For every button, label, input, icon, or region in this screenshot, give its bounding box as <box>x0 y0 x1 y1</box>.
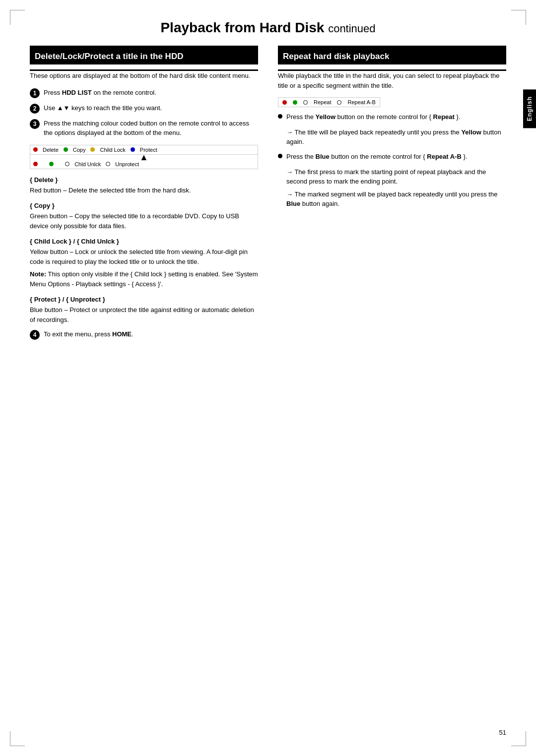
dot-red-2 <box>33 162 38 166</box>
repeat-dot-green <box>293 100 297 105</box>
page-number: 51 <box>499 729 506 736</box>
left-column: Delete/Lock/Protect a title in the HDD T… <box>30 46 258 345</box>
title-text: Playback from Hard Disk <box>160 20 324 35</box>
step-text-2: Use ▲▼ keys to reach the title you want. <box>44 103 162 113</box>
corner-border-top-left <box>10 10 25 25</box>
corner-border-top-right <box>511 10 526 25</box>
repeat-ab-label: Repeat A-B <box>347 99 375 105</box>
bullet-repeat-text: Press the Yellow button on the remote co… <box>286 112 461 123</box>
corner-border-bottom-left <box>10 731 25 746</box>
func-childlock-label: { Child Lock } / { Chld Unlck } <box>30 238 258 245</box>
repeat-dot-red <box>282 100 287 105</box>
arrow-repeat-ab-1: → The first press to mark the starting p… <box>286 167 506 187</box>
step-text-1: Press HDD LIST on the remote control. <box>44 88 156 98</box>
step-4: 4 To exit the menu, press HOME. <box>30 329 258 340</box>
arrow-repeat-ab-2: → The marked segment will be played back… <box>286 189 506 209</box>
step-1: 1 Press HDD LIST on the remote control. <box>30 88 258 98</box>
step-3: 3 Press the matching colour coded button… <box>30 119 258 138</box>
corner-border-bottom-right <box>511 731 526 746</box>
right-column: Repeat hard disk playback While playback… <box>278 46 506 345</box>
left-intro: These options are displayed at the botto… <box>30 71 258 81</box>
func-protect-label: { Protect } / { Unprotect } <box>30 296 258 303</box>
step-2: 2 Use ▲▼ keys to reach the title you wan… <box>30 103 258 114</box>
language-tab: English <box>523 89 536 128</box>
dot-green-2 <box>49 162 54 166</box>
func-childlock-note: Note: This option only visible if the { … <box>30 269 258 289</box>
bullet-dot-2 <box>278 154 282 158</box>
func-copy-label: { Copy } <box>30 202 258 209</box>
left-section-heading: Delete/Lock/Protect a title in the HDD <box>30 47 258 64</box>
title-continued: continued <box>328 22 375 35</box>
bullet-repeat: Press the Yellow button on the remote co… <box>278 112 506 123</box>
func-childlock-desc: Yellow button – Lock or unlock the selec… <box>30 247 258 266</box>
step-text-3: Press the matching colour coded button o… <box>44 119 258 138</box>
step-num-1: 1 <box>30 88 40 98</box>
step-num-4: 4 <box>30 330 40 340</box>
step-text-4: To exit the menu, press HOME. <box>44 329 134 339</box>
arrow-repeat-1: → The title will be played back repeated… <box>286 127 506 147</box>
dot-yellow-1 <box>90 147 95 152</box>
func-protect-desc: Blue button – Protect or unprotect the t… <box>30 305 258 324</box>
dot-green-1 <box>64 147 68 152</box>
step-num-3: 3 <box>30 119 40 129</box>
func-delete-desc: Red button – Delete the selected title f… <box>30 186 258 195</box>
right-section-heading: Repeat hard disk playback <box>278 47 506 64</box>
dot-red-1 <box>33 147 38 152</box>
repeat-label: Repeat <box>314 99 331 105</box>
bullet-dot-1 <box>278 114 282 119</box>
repeat-dot-yellow-outline <box>303 100 308 105</box>
func-copy-desc: Green button – Copy the selected title t… <box>30 211 258 231</box>
menu-image: Delete Copy Child Lock Protect ▲ Chld Un… <box>30 145 258 169</box>
step-num-2: 2 <box>30 104 40 114</box>
func-delete-label: { Delete } <box>30 176 258 184</box>
two-column-layout: Delete/Lock/Protect a title in the HDD T… <box>30 46 506 345</box>
repeat-dot-blue-outline <box>337 100 341 105</box>
dot-blue-outline <box>106 162 110 166</box>
dot-blue-1 <box>131 147 135 152</box>
dot-yellow-outline <box>65 162 69 166</box>
bullet-repeat-ab-text: Press the Blue button on the remote cont… <box>286 152 467 162</box>
bullet-repeat-ab: Press the Blue button on the remote cont… <box>278 152 506 162</box>
main-title: Playback from Hard Disk continued <box>30 20 506 36</box>
repeat-bar: Repeat Repeat A-B <box>278 97 380 107</box>
right-intro: While playback the title in the hard dis… <box>278 71 506 90</box>
